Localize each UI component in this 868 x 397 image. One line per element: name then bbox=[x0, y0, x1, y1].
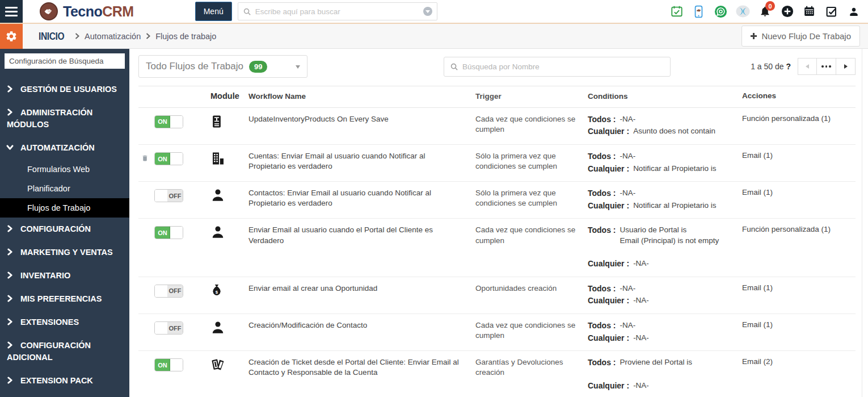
svg-text:$: $ bbox=[216, 289, 218, 294]
workflow-count-badge: 99 bbox=[249, 61, 267, 73]
workflow-filter-dropdown[interactable]: Todo Flujos de Trabajo 99 bbox=[138, 55, 307, 78]
table-row: ON UpdateInventoryProducts On Every Save… bbox=[138, 108, 856, 145]
user-icon[interactable] bbox=[842, 6, 865, 18]
prev-page-button[interactable] bbox=[798, 58, 817, 75]
tickets-module-icon bbox=[210, 357, 226, 372]
chevron-down-circle-icon[interactable] bbox=[423, 7, 432, 16]
chevron-left-icon bbox=[803, 64, 809, 69]
inventory-module-icon bbox=[210, 114, 223, 129]
workflow-name[interactable]: Enviar email al crear una Oportunidad bbox=[248, 283, 475, 307]
column-conditions: Conditions bbox=[588, 91, 742, 102]
workflow-table-body: ON UpdateInventoryProducts On Every Save… bbox=[138, 108, 856, 397]
settings-gear-icon[interactable] bbox=[0, 24, 23, 49]
sidebar-item-extensiones[interactable]: EXTENSIONES bbox=[0, 311, 129, 334]
building-module-icon bbox=[210, 151, 225, 166]
table-row: ON Cuentas: Enviar Email al usuario cuan… bbox=[138, 145, 856, 182]
workflow-toggle[interactable]: ON bbox=[154, 152, 183, 165]
chevron-right-icon bbox=[7, 318, 13, 325]
workflow-name[interactable]: Creación/Modificación de Contacto bbox=[248, 320, 475, 344]
sidebar-item-automatizaci-n[interactable]: AUTOMATIZACIÓN bbox=[0, 136, 129, 160]
x-social-icon[interactable] bbox=[732, 5, 754, 18]
whatsapp-icon[interactable] bbox=[710, 5, 732, 18]
breadcrumb-root[interactable]: INICIO bbox=[39, 30, 64, 43]
dropdown-caret-icon bbox=[296, 65, 300, 71]
sidebar-item-extension-pack[interactable]: EXTENSION PACK bbox=[0, 369, 129, 392]
global-search[interactable] bbox=[238, 2, 437, 20]
chevron-right-icon bbox=[7, 295, 13, 302]
handshake-logo-icon bbox=[40, 2, 58, 20]
breadcrumb-item-automatizacion[interactable]: Automatización bbox=[85, 32, 141, 41]
sidebar-item-configuraci-n[interactable]: CONFIGURACIÓN bbox=[0, 218, 129, 241]
breadcrumb-item-flujos[interactable]: Flujos de trabajo bbox=[155, 32, 216, 41]
breadcrumb-separator-icon bbox=[75, 33, 79, 39]
menu-button[interactable]: Menú bbox=[195, 2, 232, 21]
workflow-name[interactable]: Contactos: Enviar Email al usuario cuand… bbox=[248, 188, 475, 211]
workflow-toggle[interactable]: OFF bbox=[154, 189, 183, 202]
chevron-right-icon bbox=[7, 108, 13, 116]
chevron-right-icon bbox=[844, 64, 850, 69]
ellipsis-icon bbox=[821, 65, 831, 68]
workflow-trigger: Cada vez que condiciones se cumplen bbox=[475, 225, 588, 269]
breadcrumb-bar: INICIO Automatización Flujos de trabajo … bbox=[0, 24, 868, 49]
workflow-name[interactable]: Enviar Email al usuario cuando el Portal… bbox=[248, 225, 475, 269]
workflow-name[interactable]: Creación de Ticket desde el Portal del C… bbox=[248, 357, 475, 391]
workflow-conditions: Todos :Usuario de Portal isEmail (Princi… bbox=[588, 225, 742, 269]
workflow-name[interactable]: Cuentas: Enviar Email al usuario cuando … bbox=[248, 151, 475, 174]
workflow-toggle[interactable]: ON bbox=[154, 226, 183, 239]
workflow-trigger: Cada vez que condiciones se cumplen bbox=[475, 114, 588, 137]
workflow-toggle[interactable]: ON bbox=[154, 358, 183, 371]
workflow-toggle[interactable]: OFF bbox=[154, 285, 183, 298]
settings-sidebar: GESTIÓN DE USUARIOS ADMINISTRACIÓN MÓDUL… bbox=[0, 49, 129, 397]
table-row: ON Enviar Email al usuario cuando el Por… bbox=[138, 219, 856, 277]
sidebar-item-mis-preferencias[interactable]: MIS PREFERENCIAS bbox=[0, 287, 129, 311]
tasks-icon[interactable] bbox=[820, 6, 842, 18]
workflow-trigger: Garantías y Devoluciones creación bbox=[475, 357, 588, 391]
plus-icon bbox=[751, 33, 757, 39]
workflow-actions: Email (2) bbox=[742, 357, 856, 391]
workflow-conditions: Todos :-NA- Cualquier :Notificar al Prop… bbox=[588, 188, 742, 211]
sidebar-subitem-formularios-web[interactable]: Formularios Web bbox=[0, 160, 129, 179]
workflow-trigger: Oportunidades creación bbox=[475, 283, 588, 307]
global-search-input[interactable] bbox=[255, 7, 423, 16]
top-header: TecnoCRM Menú 0 bbox=[0, 0, 868, 23]
name-search[interactable] bbox=[444, 57, 671, 77]
hamburger-menu-icon[interactable] bbox=[0, 0, 23, 23]
column-module: Module bbox=[205, 91, 248, 102]
table-row: OFF $ Enviar email al crear una Oportuni… bbox=[138, 277, 856, 314]
chevron-right-icon bbox=[7, 225, 13, 232]
money-module-icon: $ bbox=[210, 283, 223, 299]
sidebar-item-marketing-y-ventas[interactable]: MARKETING Y VENTAS bbox=[0, 241, 129, 264]
next-page-button[interactable] bbox=[836, 58, 856, 75]
breadcrumb: INICIO Automatización Flujos de trabajo bbox=[39, 30, 216, 43]
table-row: ON Creación de Ticket desde el Portal de… bbox=[138, 351, 856, 397]
sidebar-item-inventario[interactable]: INVENTARIO bbox=[0, 264, 129, 287]
workflow-name[interactable]: UpdateInventoryProducts On Every Save bbox=[248, 114, 475, 137]
table-row: OFF Contactos: Enviar Email al usuario c… bbox=[138, 182, 856, 219]
plus-circle-icon[interactable] bbox=[776, 5, 798, 18]
new-workflow-button[interactable]: Nuevo Flujo De Trabajo bbox=[741, 26, 860, 47]
delete-icon[interactable] bbox=[141, 154, 149, 162]
sidebar-item-gesti-n-de-usuarios[interactable]: GESTIÓN DE USUARIOS bbox=[0, 78, 129, 101]
calendar-check-icon[interactable] bbox=[665, 5, 688, 18]
search-icon bbox=[450, 62, 458, 71]
mobile-crm-icon[interactable] bbox=[688, 5, 710, 18]
workflow-toggle[interactable]: ON bbox=[154, 115, 183, 128]
sidebar-search-input[interactable] bbox=[5, 53, 125, 69]
workflow-toggle[interactable]: OFF bbox=[154, 321, 183, 335]
sidebar-subitem-planificador[interactable]: Planificador bbox=[0, 179, 129, 198]
sidebar-menu: GESTIÓN DE USUARIOS ADMINISTRACIÓN MÓDUL… bbox=[0, 78, 129, 392]
name-search-input[interactable] bbox=[462, 62, 664, 71]
more-pages-button[interactable] bbox=[817, 58, 836, 75]
bell-icon[interactable]: 0 bbox=[754, 5, 776, 18]
workflow-actions: Email (1) bbox=[742, 188, 856, 211]
workflow-conditions: Todos :-NA- Cualquier :-NA- bbox=[588, 320, 742, 344]
notification-badge: 0 bbox=[765, 1, 775, 11]
calendar-icon[interactable] bbox=[798, 5, 820, 18]
sidebar-item-administraci-n-m-dulos[interactable]: ADMINISTRACIÓN MÓDULOS bbox=[0, 101, 129, 136]
chevron-right-icon bbox=[7, 271, 13, 279]
chevron-right-icon bbox=[7, 85, 13, 93]
brand-logo[interactable]: TecnoCRM bbox=[40, 2, 134, 20]
sidebar-subitem-flujos-de-trabajo[interactable]: Flujos de Trabajo bbox=[0, 198, 129, 218]
workflows-page: Todo Flujos de Trabajo 99 1 a 50 de ? bbox=[129, 49, 868, 397]
sidebar-item-configuraci-n-adicional[interactable]: CONFIGURACIÓN ADICIONAL bbox=[0, 334, 129, 369]
